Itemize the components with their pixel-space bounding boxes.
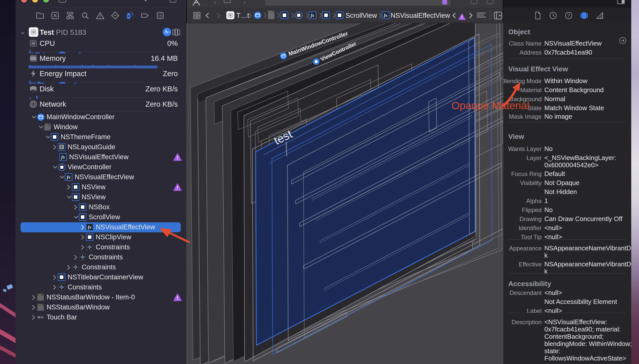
svg-text:fx: fx — [67, 175, 71, 179]
svg-text:fx: fx — [88, 225, 92, 230]
svg-text:?: ? — [567, 13, 570, 18]
svg-text:fx: fx — [311, 13, 314, 18]
svg-text:fx: fx — [61, 155, 65, 159]
svg-text:fx: fx — [384, 13, 388, 18]
